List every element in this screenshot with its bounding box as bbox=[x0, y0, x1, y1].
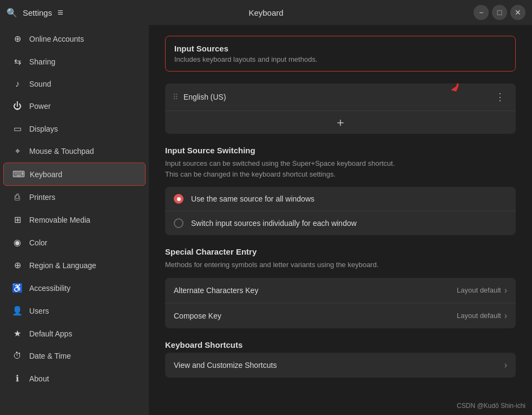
sidebar-item-displays[interactable]: ▭Displays bbox=[3, 118, 146, 140]
sidebar-icon-sound: ♪ bbox=[12, 79, 23, 89]
compose-key-row[interactable]: Compose Key Layout default › bbox=[165, 303, 516, 328]
sidebar-item-accessibility[interactable]: ♿Accessibility bbox=[3, 277, 146, 299]
sidebar-label-removable-media: Removable Media bbox=[29, 216, 90, 224]
input-source-switching-section: Input Source Switching Input sources can… bbox=[165, 146, 516, 235]
sidebar-icon-sharing: ⇆ bbox=[12, 56, 23, 67]
sidebar-icon-color: ◉ bbox=[12, 237, 23, 248]
view-shortcuts-right: › bbox=[504, 360, 507, 370]
sidebar-label-printers: Printers bbox=[29, 193, 55, 202]
minimize-button[interactable]: − bbox=[474, 5, 489, 20]
sidebar-item-sound[interactable]: ♪Sound bbox=[3, 73, 146, 95]
app-title: Settings bbox=[23, 8, 52, 17]
keyboard-shortcuts-title: Keyboard Shortcuts bbox=[165, 340, 516, 349]
switching-title: Input Source Switching bbox=[165, 146, 516, 155]
radio-circle-individual bbox=[174, 218, 183, 228]
compose-key-value-text: Layout default bbox=[457, 312, 501, 320]
content-area: Input Sources Includes keyboard layouts … bbox=[149, 25, 532, 415]
sidebar-label-sharing: Sharing bbox=[29, 57, 55, 66]
sidebar-icon-accessibility: ♿ bbox=[12, 283, 23, 293]
search-button[interactable]: 🔍 bbox=[6, 8, 17, 18]
sidebar-label-accessibility: Accessibility bbox=[29, 284, 70, 293]
sidebar-label-default-apps: Default Apps bbox=[29, 329, 72, 338]
add-language-row: ＋ bbox=[165, 111, 516, 134]
compose-key-chevron-icon: › bbox=[504, 311, 507, 321]
sidebar-icon-date-time: ⏱ bbox=[12, 351, 23, 361]
sidebar-label-sound: Sound bbox=[29, 80, 51, 88]
sidebar-item-printers[interactable]: ⎙Printers bbox=[3, 186, 146, 208]
sidebar-label-displays: Displays bbox=[29, 125, 58, 133]
sidebar-label-online-accounts: Online Accounts bbox=[29, 35, 84, 43]
language-name: English (US) bbox=[183, 93, 487, 101]
special-char-desc: Methods for entering symbols and letter … bbox=[165, 260, 516, 270]
main-layout: ⊕Online Accounts⇆Sharing♪Sound⏻Power▭Dis… bbox=[0, 25, 532, 415]
sidebar-label-date-time: Date & Time bbox=[29, 352, 71, 360]
sidebar-item-date-time[interactable]: ⏱Date & Time bbox=[3, 345, 146, 367]
sidebar-item-region-language[interactable]: ⊕Region & Language bbox=[3, 254, 146, 276]
language-list: ⠿ English (US) ⋮ ＋ bbox=[165, 83, 516, 134]
close-button[interactable]: ✕ bbox=[510, 5, 526, 20]
radio-label-individual: Switch input sources individually for ea… bbox=[191, 219, 357, 228]
sidebar-item-color[interactable]: ◉Color bbox=[3, 231, 146, 254]
sidebar-label-users: Users bbox=[29, 307, 49, 315]
maximize-button[interactable]: □ bbox=[492, 5, 507, 20]
sidebar-label-mouse-touchpad: Mouse & Touchpad bbox=[29, 147, 94, 155]
sidebar-item-sharing[interactable]: ⇆Sharing bbox=[3, 50, 146, 73]
radio-individual[interactable]: Switch input sources individually for ea… bbox=[165, 211, 516, 235]
view-shortcuts-label: View and Customize Shortcuts bbox=[174, 361, 277, 369]
sidebar-icon-removable-media: ⊞ bbox=[12, 215, 23, 225]
input-sources-title: Input Sources bbox=[174, 44, 507, 53]
sidebar-label-region-language: Region & Language bbox=[29, 261, 96, 270]
alternate-chars-row[interactable]: Alternate Characters Key Layout default … bbox=[165, 278, 516, 303]
keyboard-shortcuts-section: Keyboard Shortcuts View and Customize Sh… bbox=[165, 340, 516, 378]
view-shortcuts-chevron-icon: › bbox=[504, 360, 507, 370]
alternate-chars-value: Layout default › bbox=[457, 286, 507, 295]
sidebar-label-power: Power bbox=[29, 102, 51, 111]
sidebar-icon-mouse-touchpad: ⌖ bbox=[12, 146, 23, 156]
special-char-list: Alternate Characters Key Layout default … bbox=[165, 278, 516, 328]
alternate-chars-label: Alternate Characters Key bbox=[174, 286, 258, 295]
drag-handle-icon[interactable]: ⠿ bbox=[173, 93, 178, 101]
radio-circle-same bbox=[174, 194, 183, 204]
sidebar-item-online-accounts[interactable]: ⊕Online Accounts bbox=[3, 28, 146, 50]
sidebar-label-keyboard: Keyboard bbox=[30, 170, 62, 179]
sidebar-label-about: About bbox=[29, 374, 49, 383]
sidebar-icon-displays: ▭ bbox=[12, 124, 23, 134]
language-item: ⠿ English (US) ⋮ bbox=[165, 83, 516, 111]
sidebar-item-users[interactable]: 👤Users bbox=[3, 300, 146, 322]
sidebar-icon-power: ⏻ bbox=[12, 101, 23, 111]
hamburger-button[interactable]: ≡ bbox=[57, 7, 63, 18]
sidebar-icon-online-accounts: ⊕ bbox=[12, 34, 23, 44]
switching-radio-group: Use the same source for all windows Swit… bbox=[165, 187, 516, 235]
view-shortcuts-row[interactable]: View and Customize Shortcuts › bbox=[165, 353, 516, 378]
sidebar-icon-users: 👤 bbox=[12, 306, 23, 316]
sidebar: ⊕Online Accounts⇆Sharing♪Sound⏻Power▭Dis… bbox=[0, 25, 149, 415]
special-char-title: Special Character Entry bbox=[165, 247, 516, 256]
input-sources-desc: Includes keyboard layouts and input meth… bbox=[174, 55, 507, 63]
sidebar-item-mouse-touchpad[interactable]: ⌖Mouse & Touchpad bbox=[3, 140, 146, 162]
sidebar-item-removable-media[interactable]: ⊞Removable Media bbox=[3, 209, 146, 231]
input-sources-section: Input Sources Includes keyboard layouts … bbox=[165, 36, 516, 72]
alternate-chars-chevron-icon: › bbox=[504, 286, 507, 295]
keyboard-shortcuts-list: View and Customize Shortcuts › bbox=[165, 353, 516, 378]
window-title: Keyboard bbox=[248, 8, 283, 17]
compose-key-value: Layout default › bbox=[457, 311, 507, 321]
sidebar-icon-keyboard: ⌨ bbox=[12, 169, 23, 179]
sidebar-icon-printers: ⎙ bbox=[12, 192, 23, 202]
sidebar-item-default-apps[interactable]: ★Default Apps bbox=[3, 322, 146, 345]
switching-desc: Input sources can be switched using the … bbox=[165, 158, 516, 179]
sidebar-label-color: Color bbox=[29, 238, 47, 247]
sidebar-icon-about: ℹ bbox=[12, 373, 23, 384]
sidebar-icon-region-language: ⊕ bbox=[12, 260, 23, 270]
add-language-button[interactable]: ＋ bbox=[334, 116, 346, 128]
titlebar-left: 🔍 Settings ≡ bbox=[6, 7, 63, 18]
special-char-section: Special Character Entry Methods for ente… bbox=[165, 247, 516, 328]
sidebar-item-keyboard[interactable]: ⌨Keyboard bbox=[3, 163, 146, 186]
compose-key-label: Compose Key bbox=[174, 312, 221, 320]
radio-same-source[interactable]: Use the same source for all windows bbox=[165, 187, 516, 211]
sidebar-item-power[interactable]: ⏻Power bbox=[3, 95, 146, 117]
sidebar-icon-default-apps: ★ bbox=[12, 328, 23, 339]
titlebar: 🔍 Settings ≡ Keyboard − □ ✕ bbox=[0, 0, 532, 25]
window-controls: − □ ✕ bbox=[474, 5, 526, 20]
language-more-button[interactable]: ⋮ bbox=[492, 90, 508, 104]
sidebar-item-about[interactable]: ℹAbout bbox=[3, 367, 146, 390]
